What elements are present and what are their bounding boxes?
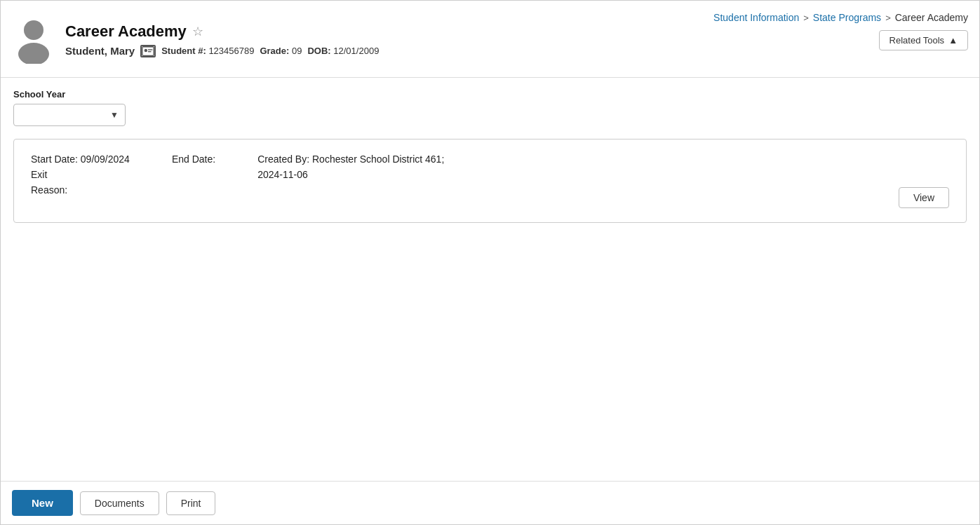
view-button[interactable]: View (899, 187, 949, 208)
breadcrumb-sep-1: > (803, 13, 809, 23)
student-grade: Grade: 09 (260, 46, 302, 56)
end-date-field: End Date: (172, 154, 215, 165)
student-name: Student, Mary (65, 45, 135, 57)
breadcrumb: Student Information > State Programs > C… (713, 12, 968, 23)
print-button[interactable]: Print (166, 491, 216, 515)
avatar (12, 15, 55, 65)
svg-point-0 (24, 20, 43, 40)
created-by-field: Created By: Rochester School District 46… (257, 154, 444, 165)
exit-label: Exit (31, 169, 47, 180)
record-card: Start Date: 09/09/2024 Exit Reason: End … (13, 139, 967, 223)
start-date-value: 09/09/2024 (81, 154, 130, 165)
start-date-label: Start Date: (31, 154, 78, 165)
svg-rect-5 (148, 51, 152, 52)
svg-rect-4 (148, 49, 152, 50)
record-col-3: Created By: Rochester School District 46… (257, 154, 444, 196)
breadcrumb-student-info[interactable]: Student Information (713, 12, 799, 23)
record-col-2: End Date: (172, 154, 215, 196)
title-row: Career Academy ☆ (65, 22, 379, 41)
record-col-1: Start Date: 09/09/2024 Exit Reason: (31, 154, 130, 196)
header-left: Career Academy ☆ Student, Mary Student #… (12, 15, 379, 65)
breadcrumb-state-programs[interactable]: State Programs (813, 12, 881, 23)
header-info: Career Academy ☆ Student, Mary Student #… (65, 22, 379, 57)
created-by-label: Created By: (257, 154, 309, 165)
start-date-field: Start Date: 09/09/2024 (31, 154, 130, 165)
reason-field: Reason: (31, 184, 130, 196)
documents-button[interactable]: Documents (80, 491, 159, 515)
page-header: Career Academy ☆ Student, Mary Student #… (1, 1, 979, 78)
main-content: School Year 2024-2025 2023-2024 2022-202… (1, 78, 979, 481)
reason-label: Reason: (31, 184, 67, 196)
related-tools-label: Related Tools (890, 35, 945, 46)
related-tools-button[interactable]: Related Tools ▲ (879, 30, 968, 50)
id-card-icon[interactable] (140, 45, 156, 57)
breadcrumb-current: Career Academy (895, 12, 968, 23)
record-fields: Start Date: 09/09/2024 Exit Reason: End … (31, 154, 899, 196)
related-tools-chevron-icon: ▲ (948, 35, 958, 46)
created-date-value: 2024-11-06 (257, 169, 308, 180)
record-actions: View (899, 187, 949, 208)
created-date-field: 2024-11-06 (257, 169, 444, 180)
school-year-label: School Year (13, 89, 967, 100)
school-year-select-wrapper: 2024-2025 2023-2024 2022-2023 ▼ (13, 104, 126, 126)
end-date-label: End Date: (172, 154, 215, 165)
header-right: Student Information > State Programs > C… (713, 8, 968, 50)
created-by-value: Rochester School District 461; (312, 154, 444, 165)
svg-point-1 (18, 43, 49, 64)
favorite-star-icon[interactable]: ☆ (192, 24, 203, 39)
school-year-select[interactable]: 2024-2025 2023-2024 2022-2023 (13, 104, 126, 126)
exit-field: Exit (31, 169, 130, 180)
breadcrumb-sep-2: > (885, 13, 891, 23)
new-button[interactable]: New (12, 490, 73, 516)
student-number: Student #: 123456789 (161, 46, 254, 56)
student-dob: DOB: 12/01/2009 (307, 46, 379, 56)
student-row: Student, Mary Student #: 123456789 Grade… (65, 45, 379, 57)
footer: New Documents Print (1, 481, 979, 524)
svg-point-3 (145, 48, 148, 52)
page-title: Career Academy (65, 22, 187, 41)
